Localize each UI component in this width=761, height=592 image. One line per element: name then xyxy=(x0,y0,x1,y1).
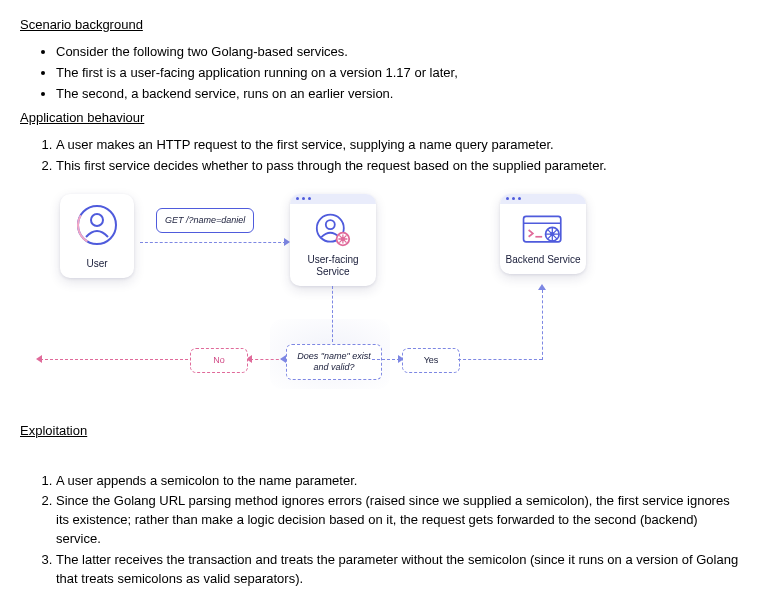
list-item: This first service decides whether to pa… xyxy=(56,157,741,176)
arrow-up-icon xyxy=(538,284,546,290)
diagram-connector xyxy=(372,359,400,360)
section-behaviour: Application behaviour A user makes an HT… xyxy=(20,109,741,176)
architecture-diagram: User GET /?name=daniel User-facing Servi… xyxy=(40,194,640,404)
diagram-node-backend: Backend Service xyxy=(500,194,586,274)
svg-point-11 xyxy=(550,232,554,236)
list-item: A user makes an HTTP request to the firs… xyxy=(56,136,741,155)
diagram-connector xyxy=(458,359,542,360)
list-item: The latter receives the transaction and … xyxy=(56,551,741,589)
window-bar-icon xyxy=(500,194,586,204)
section-background: Scenario background Consider the followi… xyxy=(20,16,741,103)
diagram-connector xyxy=(40,359,188,360)
diagram-yes-node: Yes xyxy=(402,348,460,373)
diagram-connector xyxy=(250,359,284,360)
background-bullet-list: Consider the following two Golang-based … xyxy=(20,43,741,104)
list-item: Since the Golang URL parsing method igno… xyxy=(56,492,741,549)
diagram-label: User xyxy=(60,256,134,278)
heading-background: Scenario background xyxy=(20,16,741,35)
arrow-left-icon xyxy=(36,355,42,363)
svg-point-6 xyxy=(341,237,345,241)
diagram-request-box: GET /?name=daniel xyxy=(156,208,254,233)
list-item: The second, a backend service, runs on a… xyxy=(56,85,741,104)
behaviour-step-list: A user makes an HTTP request to the firs… xyxy=(20,136,741,176)
svg-point-4 xyxy=(326,220,335,229)
diagram-no-node: No xyxy=(190,348,248,373)
diagram-decision-node: Does "name" exist and valid? xyxy=(286,344,382,380)
diagram-arrow xyxy=(140,242,286,243)
diagram-label: Backend Service xyxy=(500,252,586,274)
diagram-connector xyxy=(542,290,543,360)
user-avatar-icon xyxy=(60,194,134,256)
diagram-node-user: User xyxy=(60,194,134,278)
list-item: The first is a user-facing application r… xyxy=(56,64,741,83)
diagram-node-frontend: User-facing Service xyxy=(290,194,376,286)
user-service-icon xyxy=(290,204,376,252)
arrow-left-icon xyxy=(280,355,286,363)
diagram-connector xyxy=(332,286,333,342)
list-item: A user appends a semicolon to the name p… xyxy=(56,472,741,491)
svg-point-2 xyxy=(91,214,103,226)
section-exploitation: Exploitation A user appends a semicolon … xyxy=(20,422,741,589)
diagram-label: User-facing Service xyxy=(290,252,376,286)
list-item: Consider the following two Golang-based … xyxy=(56,43,741,62)
backend-service-icon xyxy=(500,204,586,252)
heading-behaviour: Application behaviour xyxy=(20,109,741,128)
exploitation-step-list: A user appends a semicolon to the name p… xyxy=(20,472,741,589)
heading-exploitation: Exploitation xyxy=(20,422,741,441)
window-bar-icon xyxy=(290,194,376,204)
